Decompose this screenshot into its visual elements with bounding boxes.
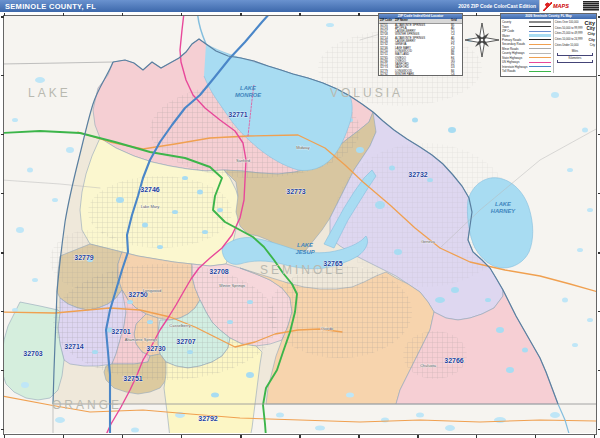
title-bar: SEMINOLE COUNTY, FL 2026 ZIP Code ColorC…: [0, 0, 600, 12]
zip-label-32746: 32746: [140, 186, 160, 193]
city-label-chuluota: Chuluota: [420, 363, 437, 368]
city-label-altamonte-springs: Altamonte Springs: [125, 337, 158, 342]
primary-road-sample: [529, 39, 551, 40]
map-legend: 2026 Seminole County, FL Map County Town…: [500, 13, 597, 77]
lake-harney-label-2: HARNEY: [491, 208, 517, 214]
zip-label-32708: 32708: [209, 268, 229, 275]
lake-jesup-label-1: LAKE: [297, 242, 314, 248]
brand-text: MAPS: [553, 3, 569, 9]
city-label-midway: Midway: [296, 145, 310, 150]
zip-label-32707: 32707: [176, 338, 196, 345]
scale-bars: Miles Kilometers: [555, 50, 595, 64]
legend-city-sizes-column: Cities Over 100,000City Cities 50,000 to…: [554, 19, 596, 73]
water-sample: [529, 34, 551, 37]
lake-monroe-label-2: MONROE: [235, 92, 262, 98]
zip-label-32771: 32771: [228, 111, 248, 118]
county-highway-sample: [529, 53, 551, 54]
county-label-lake: LAKE: [28, 86, 71, 100]
grid-ticks-bottom: [4, 435, 596, 438]
edition-label: 2026 ZIP Code ColorCast Edition: [458, 3, 536, 9]
zip-label-32773: 32773: [286, 188, 306, 195]
minor-road-sample: [529, 48, 551, 49]
city-label-oviedo: Oviedo: [321, 326, 334, 331]
page-title: SEMINOLE COUNTY, FL: [0, 2, 96, 11]
county-label-volusia: VOLUSIA: [330, 86, 403, 100]
lake-harney-label-1: LAKE: [495, 201, 512, 207]
zip-label-32701: 32701: [111, 328, 131, 335]
us-highway-sample: [529, 62, 551, 63]
zip-label-32732: 32732: [408, 171, 428, 178]
city-label-casselberry: Casselberry: [169, 323, 190, 328]
county-line-sample: [529, 21, 551, 23]
town-line-sample: [529, 26, 551, 27]
brand-fineprint-box: [583, 1, 599, 11]
zip-index-table: ZIP Code Index/Grid Locator ZIP Code ZIP…: [378, 13, 463, 76]
zip-label-32703: 32703: [23, 350, 43, 357]
grid-ticks-left: [1, 16, 4, 433]
zip-label-32766: 32766: [444, 357, 464, 364]
zip-label-32714: 32714: [64, 343, 84, 350]
city-label-longwood: Longwood: [143, 288, 161, 293]
table-row: 32792WINTER PARKC6: [379, 73, 462, 76]
miles-scale-bar: [557, 53, 593, 56]
toll-road-sample: [529, 71, 551, 72]
city-size-row: Cities Under 10,000City: [555, 42, 595, 48]
zip-label-32730: 32730: [146, 345, 166, 352]
interstate-sample: [529, 66, 551, 67]
zip-label-32765: 32765: [323, 260, 343, 267]
brand-mark-icon: [543, 2, 552, 11]
lake-monroe-label-1: LAKE: [240, 85, 257, 91]
zip-label-32792: 32792: [198, 415, 218, 422]
legend-symbols-column: County Town ZIP Code Water Primary Roads…: [501, 19, 554, 73]
seminole-county-zip-map-page: { "title_bar": { "title": "SEMINOLE COUN…: [0, 0, 600, 438]
city-label-lake-mary: Lake Mary: [141, 204, 160, 209]
legend-item-toll-roads: Toll Roads: [502, 69, 553, 73]
county-label-orange: ORANGE: [52, 398, 122, 412]
zip-label-32779: 32779: [74, 254, 94, 261]
secondary-road-sample: [529, 44, 551, 45]
kilometers-scale-bar: [557, 60, 593, 63]
city-label-sanford: Sanford: [236, 158, 250, 163]
zip-line-sample: [529, 31, 551, 32]
city-label-winter-springs: Winter Springs: [219, 283, 245, 288]
brand-logo: MAPS: [539, 0, 600, 12]
city-label-geneva: Geneva: [421, 239, 436, 244]
lake-jesup-label-2: JESUP: [295, 249, 314, 255]
state-highway-sample: [529, 57, 551, 58]
zip-label-32751: 32751: [123, 375, 143, 382]
